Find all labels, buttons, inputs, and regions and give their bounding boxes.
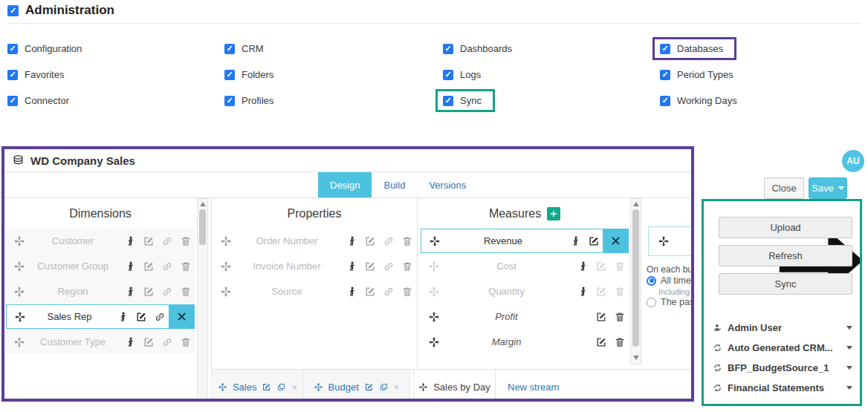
property-row-order-number[interactable]: Order Number (213, 229, 416, 253)
link-icon[interactable] (383, 235, 395, 247)
panel-item-bfp-budgetsource[interactable]: BFP_BudgetSource_1 (713, 360, 852, 375)
dimension-row-partial[interactable] (6, 395, 195, 402)
admin-checkbox-dashboards[interactable]: Dashboards (443, 43, 660, 54)
edit-icon[interactable] (364, 235, 376, 247)
scroll-up-icon[interactable] (200, 202, 206, 206)
move-icon[interactable] (13, 336, 25, 348)
link-icon[interactable] (383, 261, 395, 272)
checkbox-checked-icon[interactable] (660, 44, 670, 54)
move-icon[interactable] (218, 382, 227, 392)
admin-checkbox-period-types[interactable]: Period Types (660, 69, 861, 80)
close-icon[interactable]: × (394, 382, 400, 392)
stream-tab-budget[interactable]: Budget × (303, 370, 410, 402)
person-icon[interactable] (124, 261, 136, 272)
close-button[interactable]: Close (764, 177, 804, 199)
dimension-row-customer-type[interactable]: Customer Type (6, 330, 195, 354)
checkbox-checked-icon[interactable] (7, 96, 18, 106)
edit-icon[interactable] (364, 261, 376, 272)
save-button[interactable]: Save (809, 177, 847, 199)
radio-all-time[interactable]: All time (647, 275, 691, 286)
edit-icon[interactable] (595, 286, 607, 298)
sync-button[interactable]: Sync (719, 273, 852, 295)
admin-checkbox-crm[interactable]: CRM (224, 43, 443, 54)
admin-checkbox-sync[interactable]: Sync (443, 95, 482, 106)
move-icon[interactable] (314, 382, 323, 392)
measure-row-profit[interactable]: Profit (421, 304, 629, 329)
trash-icon[interactable] (401, 235, 413, 247)
measure-row-cost[interactable]: Cost (421, 254, 629, 278)
admin-checkbox-profiles[interactable]: Profiles (224, 95, 443, 106)
checkbox-checked-icon[interactable] (224, 70, 235, 80)
admin-checkbox-folders[interactable]: Folders (224, 69, 443, 80)
trash-icon[interactable] (180, 235, 192, 247)
dimension-row-customer[interactable]: Customer (6, 229, 195, 253)
measure-row-margin[interactable]: Margin (421, 330, 629, 354)
move-icon[interactable] (428, 311, 440, 323)
edit-icon[interactable] (364, 382, 374, 392)
trash-icon[interactable] (614, 286, 626, 298)
edit-icon[interactable] (595, 336, 607, 348)
scroll-up-icon[interactable] (633, 202, 639, 206)
add-measure-icon[interactable] (547, 207, 560, 220)
scroll-down-icon[interactable] (633, 356, 639, 360)
property-row-source[interactable]: Source (213, 279, 416, 304)
move-icon[interactable] (220, 235, 232, 247)
link-icon[interactable] (161, 235, 173, 247)
radio-selected-icon[interactable] (647, 276, 656, 286)
copy-icon[interactable] (379, 382, 389, 392)
trash-icon[interactable] (401, 261, 413, 272)
checkbox-checked-icon[interactable] (443, 96, 453, 106)
move-icon[interactable] (220, 261, 232, 272)
pin-icon[interactable] (846, 203, 856, 214)
move-icon[interactable] (418, 382, 428, 392)
stream-tab-sales-by-day[interactable]: Sales by Day (413, 370, 496, 402)
measures-scrollbar[interactable] (630, 198, 641, 364)
new-stream-link[interactable]: New stream (508, 382, 559, 393)
checkbox-checked-icon[interactable] (224, 96, 235, 106)
link-icon[interactable] (383, 286, 395, 298)
dimension-row-sales-rep-selected[interactable]: Sales Rep (6, 304, 195, 329)
checkbox-checked-icon[interactable] (443, 44, 453, 54)
panel-item-financial-statements[interactable]: Financial Statements (713, 380, 852, 395)
trash-icon[interactable] (614, 311, 626, 323)
person-icon[interactable] (346, 261, 357, 272)
person-icon[interactable] (124, 235, 136, 247)
checkbox-checked-icon[interactable] (224, 44, 235, 54)
checkbox-checked-icon[interactable] (660, 70, 670, 80)
checkbox-checked-icon[interactable] (7, 44, 18, 54)
link-icon[interactable] (154, 311, 166, 323)
move-icon[interactable] (428, 336, 440, 348)
deselect-x-icon[interactable] (169, 305, 194, 328)
refresh-button[interactable]: Refresh (719, 245, 852, 267)
stream-tab-sales[interactable]: Sales × (213, 370, 303, 402)
edit-icon[interactable] (364, 286, 376, 298)
dimension-row-customer-group[interactable]: Customer Group (6, 254, 195, 278)
dimension-row-region[interactable]: Region (6, 279, 195, 304)
deselect-x-icon[interactable] (603, 229, 628, 252)
move-icon[interactable] (13, 235, 25, 247)
property-row-invoice-number[interactable]: Invoice Number (213, 254, 416, 278)
upload-button[interactable]: Upload (719, 217, 852, 238)
person-icon[interactable] (124, 336, 136, 348)
drop-target-box[interactable] (648, 226, 694, 256)
dimensions-scrollbar[interactable] (197, 198, 208, 402)
measure-row-quantity[interactable]: Quantity (421, 279, 629, 304)
trash-icon[interactable] (180, 336, 192, 348)
edit-icon[interactable] (595, 261, 607, 272)
person-icon[interactable] (117, 311, 129, 323)
copy-icon[interactable] (276, 382, 286, 392)
person-icon[interactable] (346, 286, 357, 298)
edit-icon[interactable] (143, 261, 155, 272)
edit-icon[interactable] (143, 336, 155, 348)
move-icon[interactable] (13, 286, 25, 298)
move-icon[interactable] (13, 261, 25, 272)
close-icon[interactable]: × (291, 382, 297, 392)
radio-the-past[interactable]: The past (647, 297, 694, 307)
checkbox-checked-icon[interactable] (7, 70, 18, 80)
panel-item-admin-user[interactable]: Admin User (713, 320, 852, 335)
admin-checkbox-logs[interactable]: Logs (443, 69, 660, 80)
person-icon[interactable] (346, 235, 357, 247)
scrollbar-thumb[interactable] (199, 209, 206, 245)
trash-icon[interactable] (614, 336, 626, 348)
link-icon[interactable] (161, 261, 173, 272)
